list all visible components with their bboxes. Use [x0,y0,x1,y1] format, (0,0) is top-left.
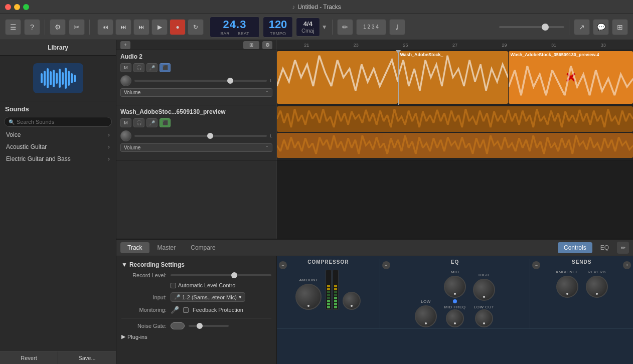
track-volume-label[interactable]: Volume ⌃ [120,143,272,152]
record-button[interactable]: ● [170,19,186,35]
section-collapse-icon[interactable]: ▼ [121,261,127,268]
share-button[interactable]: ↗ [574,19,590,35]
audio-clip[interactable]: Wash_AdobeStock_356509130_preview.4 ✕ [509,51,634,104]
record-level-label: Record Level: [121,272,167,278]
play-button[interactable]: ▶ [151,19,168,35]
feedback-protection-checkbox[interactable] [183,307,189,313]
eq-mid-freq-label: MID FREQ [444,305,465,309]
cut-button[interactable]: ✂ [69,19,85,35]
noise-gate-thumb[interactable] [197,323,203,329]
eq-low-cut-knob[interactable] [475,309,493,327]
audio-clip[interactable] [277,106,633,132]
track-volume-slider[interactable] [134,135,267,137]
fast-forward-button[interactable]: ⏭ [115,19,131,35]
loop-button[interactable]: ↻ [188,19,204,35]
record-level-slider[interactable] [171,274,271,276]
edit-button[interactable]: ✏ [617,242,629,254]
help-button[interactable]: ? [24,19,40,35]
input-row: Input: 🎤 1-2 (Sams...eteor Mic) ▾ [121,292,271,302]
track-volume-label[interactable]: Volume ⌃ [120,88,272,97]
tab-master[interactable]: Master [150,242,183,253]
vu-segment [327,300,330,302]
save-button[interactable]: Save... [58,351,116,364]
track-mute-button[interactable]: M [120,63,131,72]
track-volume-thumb[interactable] [227,78,233,84]
input-select[interactable]: 🎤 1-2 (Sams...eteor Mic) ▾ [171,292,245,302]
track-view-button[interactable]: ⊞ [243,41,259,49]
minimize-button[interactable] [14,4,20,10]
revert-button[interactable]: Revert [0,351,58,364]
pencil-tool[interactable]: ✏ [337,19,353,35]
tab-eq[interactable]: EQ [594,242,615,253]
volume-thumb[interactable] [542,24,549,31]
time-sig-arrow[interactable]: ▼ [322,24,328,31]
track-headphone-button[interactable]: 🎧 [133,118,144,127]
tempo-value: 120 [269,18,287,31]
library-button[interactable]: ☰ [5,19,21,35]
noise-gate-toggle[interactable] [171,322,185,329]
knob-indicator [351,305,353,307]
comment-button[interactable]: 💬 [593,19,609,35]
track-options-button[interactable]: ⚙ [262,41,272,49]
auto-level-checkbox[interactable] [171,283,176,288]
eq-high-label: HIGH [479,273,490,277]
record-level-thumb[interactable] [231,272,237,278]
eq-mid-freq-knob[interactable] [446,309,464,327]
section-divider [121,318,271,318]
grid-button[interactable]: ⊞ [612,19,628,35]
tab-track[interactable]: Track [120,242,149,253]
add-track-button[interactable]: + [120,41,130,49]
track-color-button[interactable]: ⬛ [160,118,171,127]
knob-indicator [483,322,485,324]
compressor-output-knob[interactable] [343,292,361,310]
eq-low-knob[interactable] [415,305,437,327]
sends-ambience-knob[interactable] [556,276,578,298]
sends-reverb-knob[interactable] [586,276,608,298]
track-volume-thumb[interactable] [207,133,213,139]
track-pan-knob[interactable] [120,130,131,141]
track-volume-slider[interactable] [134,80,267,82]
vu-meter-left [326,270,332,310]
noise-gate-slider[interactable] [189,325,229,327]
metronome-button[interactable]: ♩ [389,19,405,35]
compressor-amount-knob[interactable] [295,284,322,310]
skip-back-button[interactable]: ⏭ [133,19,149,35]
audio-clip[interactable] [277,51,398,104]
tab-compare[interactable]: Compare [184,242,222,253]
tempo-display[interactable]: 120 TEMPO [263,17,293,38]
track-color-button[interactable]: ⬛ [160,63,171,72]
title-bar: ♪ Untitled - Tracks [0,0,633,14]
tab-controls[interactable]: Controls [558,242,592,253]
track-mic-button[interactable]: 🎤 [146,118,157,127]
track-headphone-button[interactable]: 🎧 [133,63,144,72]
time-signature[interactable]: 4/4 Cmaj [296,18,320,37]
eq-high-knob[interactable] [473,279,495,301]
search-icon: 🔍 [9,119,15,125]
track-mute-button[interactable]: M [120,118,131,127]
compressor-close[interactable]: − [279,261,287,269]
eq-high-group: HIGH [473,273,495,301]
track-content-audio2[interactable]: Wash_AdobeStock_ Wash_AdobeStock_3565091… [277,50,633,105]
category-item-acoustic-guitar[interactable]: Acoustic Guitar › [0,141,116,153]
settings-button[interactable]: ⚙ [50,19,66,35]
track-pan-knob[interactable] [120,75,131,86]
maximize-button[interactable] [23,4,29,10]
eq-close[interactable]: − [382,261,390,269]
ruler-mark: 23 [354,43,359,48]
category-item-electric-guitar[interactable]: Electric Guitar and Bass › [0,153,116,165]
track-mic-button[interactable]: 🎤 [146,63,157,72]
track-content-wash[interactable] [277,105,633,160]
position-counter[interactable]: 24.3 BAR BEAT [210,17,260,38]
close-button[interactable] [5,4,11,10]
plug-ins-expand[interactable]: ▶ [121,333,125,340]
audio-clip[interactable] [277,133,633,158]
sends-expand[interactable]: + [623,261,631,269]
audio-clip[interactable]: Wash_AdobeStock_ [398,51,508,104]
rewind-button[interactable]: ⏮ [97,19,113,35]
eq-mid-knob[interactable] [444,276,466,298]
volume-slider[interactable] [499,26,564,28]
search-box[interactable]: 🔍 [4,117,112,127]
search-input[interactable] [17,119,107,125]
category-item-voice[interactable]: Voice › [0,129,116,141]
sends-close[interactable]: − [532,261,540,269]
